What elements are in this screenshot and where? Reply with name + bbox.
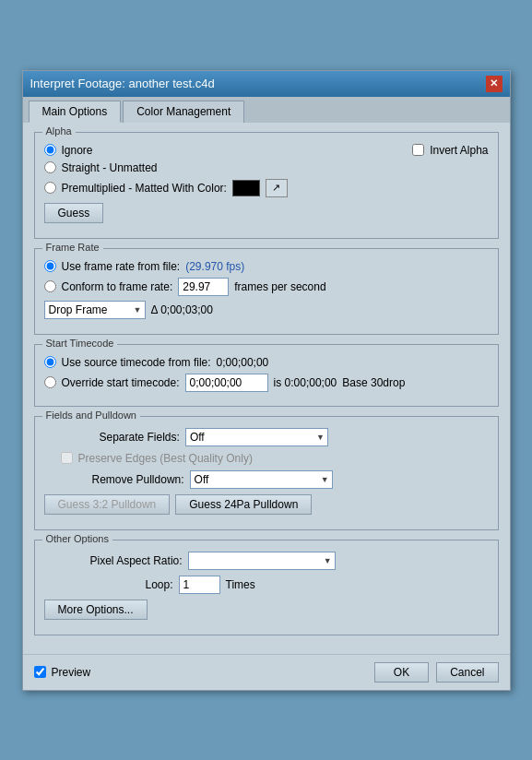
- use-file-fps-row: Use frame rate from file: (29.970 fps): [44, 260, 489, 273]
- alpha-section-title: Alpha: [42, 125, 76, 137]
- times-label: Times: [226, 578, 255, 591]
- frame-rate-section: Frame Rate Use frame rate from file: (29…: [34, 248, 499, 335]
- pixel-aspect-select[interactable]: [188, 552, 336, 570]
- dialog-title: Interpret Footage: another test.c4d: [30, 77, 215, 90]
- alpha-straight-label: Straight - Unmatted: [62, 161, 158, 174]
- fields-pulldown-section: Fields and Pulldown Separate Fields: Off…: [34, 416, 499, 530]
- tc-override-label: Override start timecode:: [62, 376, 180, 389]
- footer: Preview OK Cancel: [23, 654, 510, 690]
- alpha-premulti-row: Premultiplied - Matted With Color: ↗: [44, 179, 489, 197]
- tc-override-input[interactable]: [185, 374, 268, 392]
- alpha-ignore-radio[interactable]: [44, 144, 56, 156]
- more-options-button[interactable]: More Options...: [44, 600, 148, 620]
- tc-is-label: is 0:00;00;00: [274, 376, 337, 389]
- conform-fps-row: Conform to frame rate: frames per second: [44, 278, 489, 296]
- fps-file-radio[interactable]: [44, 260, 56, 272]
- frame-rate-section-title: Frame Rate: [42, 242, 103, 253]
- tab-color-management[interactable]: Color Management: [123, 101, 244, 123]
- loop-input[interactable]: [179, 576, 220, 594]
- drop-frame-wrapper: Drop Frame Non-Drop Frame: [44, 301, 146, 319]
- fps-file-value: (29.970 fps): [185, 260, 244, 273]
- alpha-premulti-radio[interactable]: [44, 182, 56, 194]
- fps-file-label: Use frame rate from file:: [62, 260, 181, 273]
- fps-conform-radio[interactable]: [44, 280, 56, 292]
- cancel-button[interactable]: Cancel: [436, 662, 498, 683]
- alpha-straight-row: Straight - Unmatted: [44, 161, 489, 174]
- tc-source-value: 0;00;00;00: [217, 356, 269, 369]
- tc-source-label: Use source timecode from file:: [62, 356, 211, 369]
- other-options-title: Other Options: [42, 533, 112, 544]
- color-swatch[interactable]: [232, 180, 260, 196]
- remove-pulldown-select[interactable]: Off Upper Field First Lower Field First: [190, 470, 333, 489]
- eyedropper-button[interactable]: ↗: [266, 179, 288, 197]
- other-options-section: Other Options Pixel Aspect Ratio: Loop: …: [34, 540, 499, 635]
- frames-per-second-label: frames per second: [234, 280, 325, 293]
- remove-pulldown-label: Remove Pulldown:: [92, 473, 184, 486]
- preview-row: Preview: [34, 666, 91, 679]
- override-timecode-row: Override start timecode: is 0:00;00;00 B…: [44, 374, 489, 392]
- tc-base-label: Base 30drop: [342, 376, 405, 389]
- ok-button[interactable]: OK: [374, 662, 429, 683]
- tc-override-radio[interactable]: [44, 376, 56, 388]
- delta-label: Δ 0;00;03;00: [151, 303, 213, 316]
- start-timecode-title: Start Timecode: [42, 338, 118, 349]
- alpha-section: Alpha Ignore Invert Alpha Straight - Unm…: [34, 132, 499, 239]
- fields-pulldown-title: Fields and Pulldown: [42, 410, 140, 421]
- preserve-edges-label: Preserve Edges (Best Quality Only): [78, 452, 253, 465]
- use-source-timecode-row: Use source timecode from file: 0;00;00;0…: [44, 356, 489, 369]
- alpha-ignore-label: Ignore: [62, 144, 93, 157]
- guess-button[interactable]: Guess: [44, 203, 104, 223]
- separate-fields-select[interactable]: Off Upper Field First Lower Field First: [185, 428, 328, 446]
- alpha-straight-radio[interactable]: [44, 161, 56, 173]
- pixel-aspect-label: Pixel Aspect Ratio:: [90, 554, 183, 567]
- tc-source-radio[interactable]: [44, 356, 56, 368]
- fps-conform-label: Conform to frame rate:: [62, 280, 173, 293]
- tab-main-options[interactable]: Main Options: [29, 101, 122, 123]
- tabs: Main Options Color Management: [23, 97, 510, 123]
- loop-label: Loop:: [146, 578, 173, 591]
- close-button[interactable]: ✕: [486, 76, 502, 92]
- alpha-ignore-row: Ignore Invert Alpha: [44, 144, 489, 157]
- dialog: Interpret Footage: another test.c4d ✕ Ma…: [22, 70, 511, 691]
- content: Alpha Ignore Invert Alpha Straight - Unm…: [23, 123, 510, 654]
- preserve-edges-checkbox: [61, 452, 73, 464]
- alpha-premulti-label: Premultiplied - Matted With Color:: [62, 182, 227, 195]
- drop-frame-select[interactable]: Drop Frame Non-Drop Frame: [44, 301, 146, 319]
- preview-label: Preview: [52, 666, 91, 679]
- preview-checkbox[interactable]: [34, 666, 46, 678]
- title-bar: Interpret Footage: another test.c4d ✕: [23, 71, 510, 97]
- invert-alpha-label: Invert Alpha: [430, 144, 488, 157]
- guess-24pa-button[interactable]: Guess 24Pa Pulldown: [175, 494, 312, 515]
- fps-conform-input[interactable]: [178, 278, 229, 296]
- guess-32-button[interactable]: Guess 3:2 Pulldown: [44, 494, 171, 515]
- invert-alpha-checkbox[interactable]: [412, 144, 424, 156]
- separate-fields-label: Separate Fields:: [100, 431, 180, 444]
- start-timecode-section: Start Timecode Use source timecode from …: [34, 344, 499, 407]
